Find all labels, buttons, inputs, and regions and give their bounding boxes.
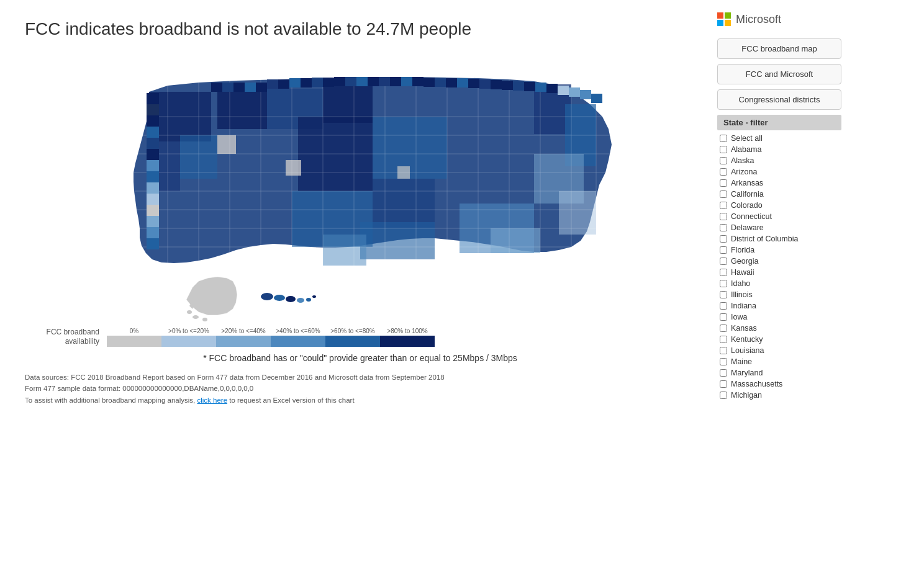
svg-point-83 — [261, 293, 273, 300]
svg-rect-76 — [558, 86, 569, 95]
label-georgia[interactable]: Georgia — [731, 257, 758, 266]
label-maine[interactable]: Maine — [731, 357, 752, 366]
label-kansas[interactable]: Kansas — [731, 324, 757, 333]
filter-item[interactable]: Indiana — [717, 300, 841, 311]
label-iowa[interactable]: Iowa — [731, 313, 747, 321]
label-delaware[interactable]: Delaware — [731, 223, 764, 232]
label-idaho[interactable]: Idaho — [731, 279, 750, 288]
svg-rect-51 — [278, 79, 289, 89]
svg-rect-79 — [591, 94, 602, 103]
checkbox-connecticut[interactable] — [720, 213, 727, 220]
filter-item[interactable]: Hawaii — [717, 267, 841, 278]
filter-item[interactable]: Georgia — [717, 256, 841, 267]
label-kentucky[interactable]: Kentucky — [731, 335, 763, 344]
svg-rect-93 — [147, 138, 159, 149]
label-district-of-columbia[interactable]: District of Columbia — [731, 235, 798, 243]
nav-btn-congressional-districts[interactable]: Congressional districts — [717, 89, 841, 110]
checkbox-kansas[interactable] — [720, 325, 727, 332]
label-hawaii[interactable]: Hawaii — [731, 268, 754, 277]
us-map — [25, 55, 621, 321]
data-source-link[interactable]: click here — [197, 396, 227, 404]
checkbox-arkansas[interactable] — [720, 179, 727, 187]
filter-item[interactable]: District of Columbia — [717, 233, 841, 244]
legend-label-item: >20% to <=40% — [216, 328, 271, 334]
filter-item[interactable]: Idaho — [717, 278, 841, 289]
svg-rect-97 — [147, 182, 159, 194]
filter-item[interactable]: Arkansas — [717, 177, 841, 189]
svg-rect-101 — [147, 227, 159, 238]
checkbox-district-of-columbia[interactable] — [720, 235, 727, 243]
checkbox-alaska[interactable] — [720, 157, 727, 164]
label-connecticut[interactable]: Connecticut — [731, 212, 772, 221]
label-maryland[interactable]: Maryland — [731, 369, 763, 377]
filter-item[interactable]: Alabama — [717, 144, 841, 155]
checkbox-georgia[interactable] — [720, 257, 727, 265]
checkbox-indiana[interactable] — [720, 302, 727, 310]
filter-item[interactable]: Iowa — [717, 311, 841, 323]
filter-item[interactable]: Maine — [717, 356, 841, 367]
label-florida[interactable]: Florida — [731, 246, 754, 254]
checkbox-colorado[interactable] — [720, 202, 727, 209]
filter-item[interactable]: Louisiana — [717, 345, 841, 356]
checkbox-iowa[interactable] — [720, 313, 727, 321]
data-source-line1: Data sources: FCC 2018 Broadband Report … — [25, 372, 695, 383]
checkbox-florida[interactable] — [720, 246, 727, 254]
filter-item[interactable]: Michigan — [717, 390, 841, 401]
checkbox-hawaii[interactable] — [720, 269, 727, 276]
label-massachusetts[interactable]: Massachusetts — [731, 380, 782, 388]
label-alaska[interactable]: Alaska — [731, 156, 754, 165]
label-arizona[interactable]: Arizona — [731, 168, 757, 176]
svg-rect-16 — [323, 235, 366, 266]
checkbox-delaware[interactable] — [720, 224, 727, 231]
filter-item[interactable]: Connecticut — [717, 211, 841, 222]
filter-item[interactable]: California — [717, 189, 841, 200]
checkbox-massachusetts[interactable] — [720, 380, 727, 388]
label-illinois[interactable]: Illinois — [731, 290, 753, 299]
svg-rect-20 — [286, 160, 301, 176]
svg-rect-89 — [147, 93, 159, 104]
filter-item[interactable]: Select all — [717, 133, 841, 144]
checkbox-idaho[interactable] — [720, 280, 727, 287]
filter-item[interactable]: Delaware — [717, 222, 841, 233]
checkbox-illinois[interactable] — [720, 291, 727, 298]
label-california[interactable]: California — [731, 190, 764, 199]
nav-btn-fcc-broadband-map[interactable]: FCC broadband map — [717, 38, 841, 59]
filter-item[interactable]: Florida — [717, 244, 841, 256]
checkbox-maine[interactable] — [720, 358, 727, 365]
svg-rect-54 — [312, 78, 323, 87]
filter-item[interactable]: Maryland — [717, 367, 841, 378]
label-arkansas[interactable]: Arkansas — [731, 179, 763, 187]
svg-rect-63 — [412, 77, 424, 86]
label-michigan[interactable]: Michigan — [731, 391, 762, 400]
checkbox-maryland[interactable] — [720, 369, 727, 377]
checkbox-select-all[interactable] — [720, 135, 727, 142]
legend-scale: 0%>0% to <=20%>20% to <=40%>40% to <=60%… — [107, 328, 435, 347]
label-colorado[interactable]: Colorado — [731, 201, 763, 210]
filter-item[interactable]: Arizona — [717, 166, 841, 177]
nav-btn-fcc-and-microsoft[interactable]: FCC and Microsoft — [717, 64, 841, 84]
map-container — [25, 55, 621, 321]
filter-item[interactable]: Kentucky — [717, 334, 841, 345]
label-alabama[interactable]: Alabama — [731, 145, 761, 154]
checkbox-michigan[interactable] — [720, 392, 727, 399]
checkbox-louisiana[interactable] — [720, 347, 727, 354]
label-louisiana[interactable]: Louisiana — [731, 346, 764, 355]
ms-logo-yellow — [725, 20, 731, 26]
filter-item[interactable]: Colorado — [717, 200, 841, 211]
filter-item[interactable]: Massachusetts — [717, 378, 841, 390]
checkbox-arizona[interactable] — [720, 168, 727, 176]
data-source-line3-pre: To assist with additional broadband mapp… — [25, 396, 197, 404]
svg-point-88 — [312, 295, 316, 298]
svg-rect-57 — [345, 77, 356, 86]
filter-item[interactable]: Illinois — [717, 289, 841, 300]
page-container: FCC indicates broadband is not available… — [0, 0, 924, 564]
label-indiana[interactable]: Indiana — [731, 302, 756, 310]
filter-item[interactable]: Alaska — [717, 155, 841, 166]
checkbox-alabama[interactable] — [720, 146, 727, 153]
checkbox-california[interactable] — [720, 190, 727, 198]
svg-rect-96 — [147, 171, 159, 182]
label-select-all[interactable]: Select all — [731, 134, 763, 143]
page-title: FCC indicates broadband is not available… — [25, 19, 695, 40]
checkbox-kentucky[interactable] — [720, 336, 727, 343]
filter-item[interactable]: Kansas — [717, 323, 841, 334]
